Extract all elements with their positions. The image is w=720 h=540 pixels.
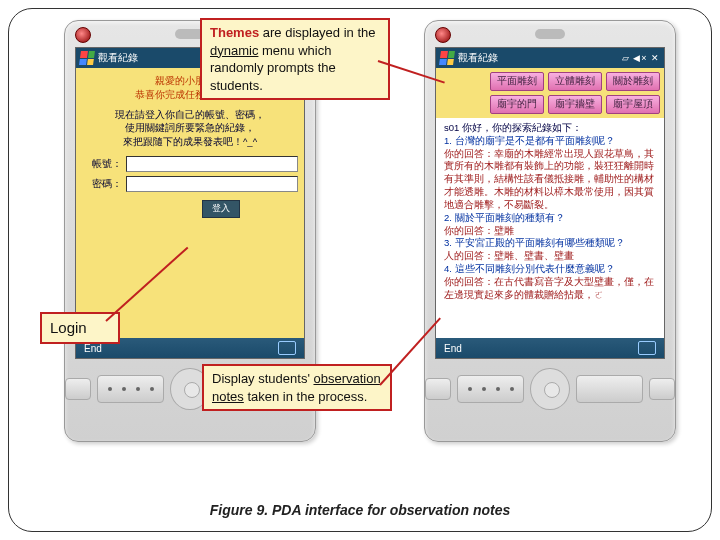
- callout-themes: Themes are displayed in the dynamic menu…: [200, 18, 390, 100]
- dpad[interactable]: [530, 368, 569, 410]
- softkey-bar: End: [436, 338, 664, 358]
- observation-notes[interactable]: s01 你好，你的探索紀錄如下： 1. 台灣的廟宇是不是都有平面雕刻呢？ 你的回…: [440, 118, 660, 332]
- menu-button[interactable]: [97, 375, 164, 403]
- pda-device-notes: 觀看紀錄 ▱ ◀× ✕ 平面雕刻 立體雕刻 關於雕刻 廟宇的門 廟宇牆壁 廟宇屋…: [424, 20, 676, 442]
- note-answer: 你的回答：壁雕: [444, 225, 656, 238]
- password-input[interactable]: [126, 176, 298, 192]
- end-call-button[interactable]: [649, 378, 675, 400]
- ok-button[interactable]: [576, 375, 643, 403]
- taskbar: 觀看紀錄 ▱ ◀× ✕: [436, 48, 664, 68]
- callout-text: are displayed in the: [259, 25, 375, 40]
- keyboard-icon[interactable]: [278, 341, 296, 355]
- brand-logo: [535, 29, 565, 39]
- callout-text: taken in the process.: [244, 389, 368, 404]
- notes-panel: 平面雕刻 立體雕刻 關於雕刻 廟宇的門 廟宇牆壁 廟宇屋頂 s01 你好，你的探…: [436, 68, 664, 338]
- keyboard-icon[interactable]: [638, 341, 656, 355]
- notes-lead: s01 你好，你的探索紀錄如下：: [444, 122, 656, 135]
- call-button[interactable]: [425, 378, 451, 400]
- taskbar-title: 觀看紀錄: [458, 51, 498, 65]
- softkey-end[interactable]: End: [444, 343, 462, 354]
- username-row: 帳號：: [82, 156, 298, 172]
- login-panel: 親愛的小朋友～ 恭喜你完成任務的探索！ 現在請登入你自己的帳號、密碼， 使用關鍵…: [76, 68, 304, 350]
- pda-top-bezel: [425, 21, 675, 47]
- note-question: 2. 關於平面雕刻的種類有？: [444, 212, 656, 225]
- call-button[interactable]: [65, 378, 91, 400]
- tab-3d-carving[interactable]: 立體雕刻: [548, 72, 602, 91]
- instruction-line: 使用關鍵詞所要緊急的紀錄，: [82, 121, 298, 134]
- pda-screen: 觀看紀錄 ▱ ◀× ✕ 平面雕刻 立體雕刻 關於雕刻 廟宇的門 廟宇牆壁 廟宇屋…: [435, 47, 665, 359]
- callout-text: Login: [50, 319, 87, 336]
- note-question: 3. 平安宮正殿的平面雕刻有哪些種類呢？: [444, 237, 656, 250]
- instruction-line: 來把跟隨下的成果發表吧！^_^: [82, 135, 298, 148]
- note-answer: 人的回答：壁雕、壁書、壁畫: [444, 250, 656, 263]
- theme-tabs-row2: 廟宇的門 廟宇牆壁 廟宇屋頂: [436, 95, 664, 118]
- login-button[interactable]: 登入: [202, 200, 240, 218]
- theme-tabs-row1: 平面雕刻 立體雕刻 關於雕刻: [436, 68, 664, 95]
- taskbar-title: 觀看紀錄: [98, 51, 138, 65]
- callout-observation: Display students' observation notes take…: [202, 364, 392, 411]
- camera-lens-icon: [435, 27, 451, 43]
- note-answer: 你的回答：在古代書寫音字及大型壁畫，僅，在左邊現實起來多的體裁贈給拈最，ㄛ: [444, 276, 656, 302]
- windows-flag-icon[interactable]: [439, 51, 455, 65]
- instruction-line: 現在請登入你自己的帳號、密碼，: [82, 108, 298, 121]
- camera-lens-icon: [75, 27, 91, 43]
- tab-temple-roof[interactable]: 廟宇屋頂: [606, 95, 660, 114]
- tab-flat-carving[interactable]: 平面雕刻: [490, 72, 544, 91]
- hardware-buttons: [425, 359, 675, 419]
- menu-button[interactable]: [457, 375, 524, 403]
- tab-temple-wall[interactable]: 廟宇牆壁: [548, 95, 602, 114]
- callout-underline: dynamic: [210, 43, 258, 58]
- username-label: 帳號：: [82, 157, 126, 171]
- callout-keyword: Themes: [210, 25, 259, 40]
- note-question: 4. 這些不同雕刻分別代表什麼意義呢？: [444, 263, 656, 276]
- password-row: 密碼：: [82, 176, 298, 192]
- note-question: 1. 台灣的廟宇是不是都有平面雕刻呢？: [444, 135, 656, 148]
- system-tray-icons[interactable]: ▱ ◀× ✕: [622, 53, 660, 63]
- password-label: 密碼：: [82, 177, 126, 191]
- username-input[interactable]: [126, 156, 298, 172]
- windows-flag-icon[interactable]: [79, 51, 95, 65]
- instruction-text: 現在請登入你自己的帳號、密碼， 使用關鍵詞所要緊急的紀錄， 來把跟隨下的成果發表…: [82, 108, 298, 148]
- callout-text: Display students': [212, 371, 313, 386]
- tab-temple-door[interactable]: 廟宇的門: [490, 95, 544, 114]
- figure-caption: Figure 9. PDA interface for observation …: [0, 502, 720, 518]
- note-answer: 你的回答：幸廟的木雕經常出現人跟花草鳥，其實所有的木雕都有裝飾上的功能，裝狂狂離…: [444, 148, 656, 212]
- tab-about-carving[interactable]: 關於雕刻: [606, 72, 660, 91]
